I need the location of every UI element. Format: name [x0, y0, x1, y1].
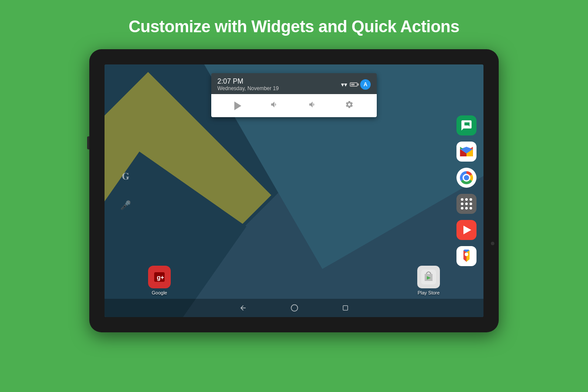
gmail-app-icon[interactable]	[456, 142, 476, 162]
google-plus-app[interactable]: g+ Google	[148, 266, 171, 295]
notification-time: 2:07 PM	[217, 78, 279, 85]
avatar-initial: A	[364, 81, 368, 88]
dot	[465, 207, 468, 210]
left-icons: 𝐆 🎤	[118, 169, 133, 213]
play-store-icon[interactable]	[417, 266, 440, 288]
google-plus-label: Google	[152, 290, 167, 295]
play-store-app[interactable]: Play Store	[417, 266, 440, 295]
nav-bar	[105, 299, 483, 317]
dot	[470, 207, 472, 210]
apps-grid-icon[interactable]	[456, 194, 476, 214]
media-controls[interactable]	[211, 94, 377, 117]
dot	[461, 203, 463, 205]
svg-rect-9	[343, 306, 348, 311]
volume-button-2[interactable]	[308, 100, 316, 111]
home-button[interactable]	[291, 304, 298, 312]
notification-panel[interactable]: 2:07 PM Wednesday, November 19 ▾▾ A	[211, 73, 377, 117]
dot	[470, 203, 472, 205]
user-avatar[interactable]: A	[360, 79, 371, 90]
dot	[461, 198, 463, 201]
back-button[interactable]	[239, 304, 247, 312]
chrome-app-icon[interactable]	[456, 168, 476, 188]
time-block: 2:07 PM Wednesday, November 19	[217, 78, 279, 91]
page-title: Customize with Widgets and Quick Actions	[128, 17, 459, 36]
battery-icon	[350, 82, 358, 87]
svg-point-8	[291, 305, 298, 311]
right-dock	[456, 115, 476, 266]
dot	[465, 198, 468, 201]
google-search-icon[interactable]: 𝐆	[118, 169, 133, 184]
tablet-indicator	[491, 242, 494, 245]
dot	[465, 203, 468, 205]
recents-button[interactable]	[342, 304, 349, 311]
maps-app-icon[interactable]	[456, 246, 476, 266]
notification-header: 2:07 PM Wednesday, November 19 ▾▾ A	[211, 73, 377, 94]
google-plus-icon[interactable]: g+	[148, 266, 171, 288]
status-icons: ▾▾ A	[341, 79, 371, 90]
volume-button-1[interactable]	[270, 100, 279, 111]
svg-point-2	[464, 175, 469, 180]
youtube-play-icon	[463, 226, 471, 234]
youtube-app-icon[interactable]	[456, 220, 476, 240]
play-store-label: Play Store	[418, 290, 440, 295]
notification-date: Wednesday, November 19	[217, 85, 279, 91]
tablet-screen: 2:07 PM Wednesday, November 19 ▾▾ A	[105, 64, 483, 317]
dots-grid	[461, 198, 472, 210]
settings-button[interactable]	[345, 100, 354, 111]
tablet-camera	[87, 136, 89, 149]
dot	[470, 198, 472, 201]
dot	[461, 207, 463, 210]
play-button-icon[interactable]	[234, 101, 241, 110]
microphone-icon[interactable]: 🎤	[118, 197, 133, 213]
svg-text:g+: g+	[157, 274, 164, 281]
hangouts-app-icon[interactable]	[456, 115, 476, 135]
tablet-device: 2:07 PM Wednesday, November 19 ▾▾ A	[89, 49, 499, 332]
desktop-icons: g+ Google Play Store	[105, 266, 483, 295]
battery-fill	[351, 84, 355, 85]
wifi-icon: ▾▾	[341, 81, 347, 88]
svg-point-3	[465, 253, 468, 256]
